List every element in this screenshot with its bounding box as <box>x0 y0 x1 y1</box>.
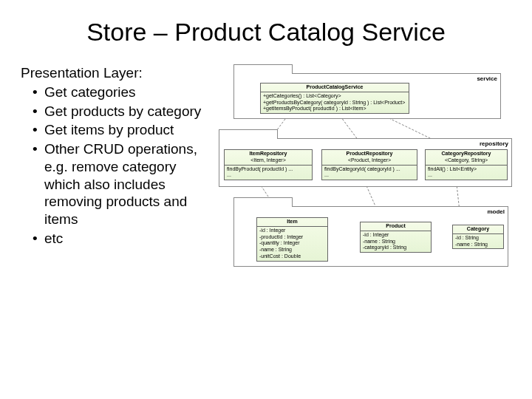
bullet-item: Get categories <box>33 83 213 101</box>
class-operations: findAll() : List<Entity> ... <box>426 166 507 180</box>
class-attributes: -id : Integer -productId : Integer -quan… <box>257 227 327 261</box>
package-model: model Item -id : Integer -productId : In… <box>233 206 508 267</box>
class-stereo: <Item, Integer> <box>250 157 285 163</box>
class-title: ItemRepository <Item, Integer> <box>225 150 312 166</box>
op: +getProductsByCategory( categoryId : Str… <box>263 100 406 106</box>
class-product-catalog-service: ProductCatalogService +getCategories() :… <box>260 83 409 114</box>
class-title: CategoryRepository <Category, String> <box>426 150 507 166</box>
bullet-item: etc <box>33 230 213 248</box>
class-category: Category -id : String -name : String <box>452 225 504 249</box>
left-text: Presentation Layer: Get categories Get p… <box>21 64 213 345</box>
attr: -name : String <box>363 239 429 245</box>
class-title: Item <box>257 218 327 227</box>
attr: -productId : Integer <box>259 234 325 241</box>
attr: -quantity : Integer <box>259 240 325 247</box>
package-label: model <box>487 208 505 215</box>
content-row: Presentation Layer: Get categories Get p… <box>0 64 532 345</box>
class-stereo: <Product, Integer> <box>348 157 391 163</box>
class-attributes: -id : String -name : String <box>453 234 503 249</box>
op: ... <box>428 172 505 179</box>
class-title: ProductCatalogService <box>261 83 409 92</box>
class-title: Category <box>453 225 503 234</box>
class-operations: +getCategories() : List<Category> +getPr… <box>261 92 409 113</box>
op: ... <box>227 172 310 179</box>
class-title: ProductRepository <Product, Integer> <box>322 150 417 166</box>
class-category-repository: CategoryRepository <Category, String> fi… <box>425 149 508 180</box>
package-label: repository <box>480 140 508 147</box>
presentation-layer-heading: Presentation Layer: <box>21 64 213 82</box>
slide-title: Store – Product Catalog Service <box>0 18 532 47</box>
class-stereo: <Category, String> <box>445 157 488 163</box>
attr: -id : Integer <box>259 228 325 234</box>
bullet-item: Get products by category <box>33 103 213 120</box>
class-item: Item -id : Integer -productId : Integer … <box>256 217 328 262</box>
package-tab <box>219 129 278 139</box>
bullet-item: Other CRUD operations, e.g. remove categ… <box>33 140 213 228</box>
op: +getCategories() : List<Category> <box>263 93 406 100</box>
package-tab <box>233 197 293 207</box>
class-title: Product <box>361 222 431 231</box>
op: findByProduct( productId ) ... <box>227 166 310 173</box>
class-product: Product -id : Integer -name : String -ca… <box>360 222 432 253</box>
op: +getItemsByProduct( productId ) : List<I… <box>263 106 406 112</box>
bullet-item: Get items by product <box>33 121 213 139</box>
op: findByCategoryId( categoryId ) ... <box>324 166 415 173</box>
uml-diagram: service ProductCatalogService +getCatego… <box>219 64 511 345</box>
attr: -unitCost : Double <box>259 253 325 260</box>
attr: -name : String <box>259 247 325 253</box>
op: ... <box>324 172 415 179</box>
attr: -name : String <box>455 242 501 248</box>
op: findAll() : List<Entity> <box>428 166 505 173</box>
class-attributes: -id : Integer -name : String -categoryId… <box>361 231 431 252</box>
class-operations: findByCategoryId( categoryId ) ... ... <box>322 166 417 180</box>
class-product-repository: ProductRepository <Product, Integer> fin… <box>321 149 417 180</box>
package-label: service <box>477 75 497 82</box>
package-repository: repository ItemRepository <Item, Integer… <box>219 138 512 187</box>
package-service: service ProductCatalogService +getCatego… <box>233 73 501 119</box>
attr: -id : Integer <box>363 232 429 239</box>
package-tab <box>233 64 293 74</box>
attr: -id : String <box>455 235 501 242</box>
class-item-repository: ItemRepository <Item, Integer> findByPro… <box>224 149 313 180</box>
attr: -categoryId : String <box>363 245 429 251</box>
class-operations: findByProduct( productId ) ... ... <box>225 166 312 180</box>
